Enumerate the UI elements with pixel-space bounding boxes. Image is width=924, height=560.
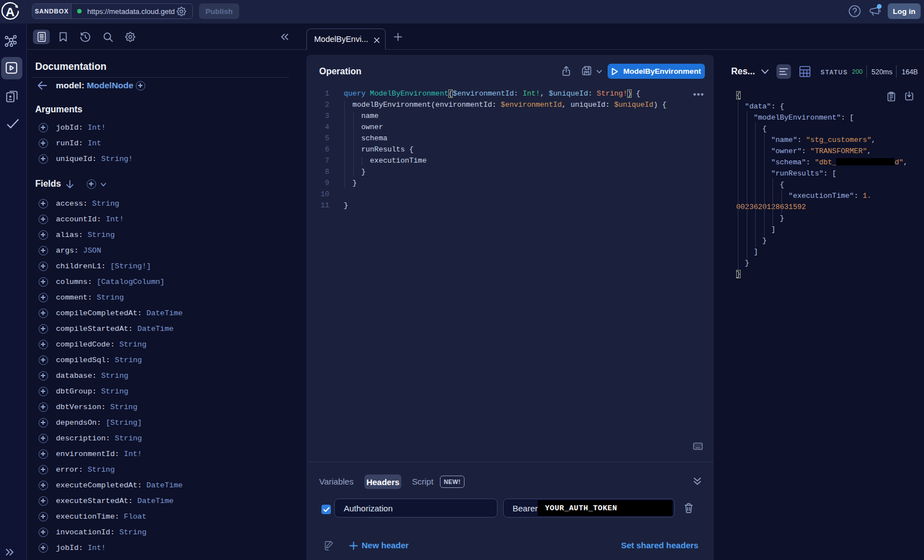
svg-text:A: A — [6, 5, 15, 19]
